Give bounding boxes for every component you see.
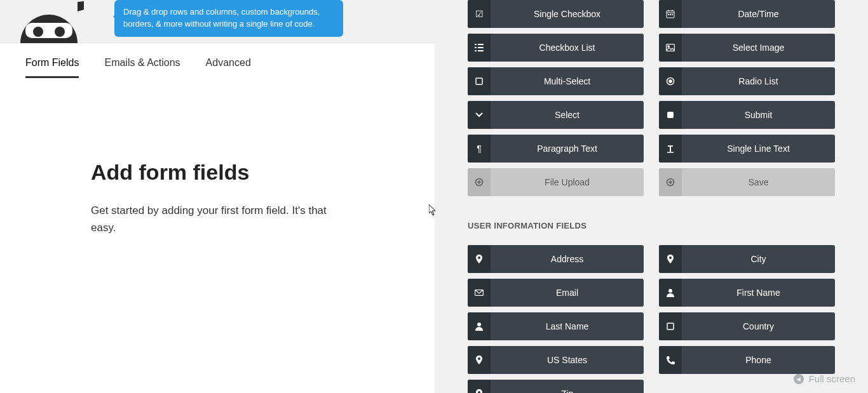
field-first-name[interactable]: First Name (659, 279, 835, 307)
field-label: Multi-Select (491, 67, 644, 95)
tooltip-text: Drag & drop rows and columns, custom bac… (123, 7, 320, 29)
field-submit[interactable]: Submit (659, 101, 835, 129)
field-label: Email (491, 279, 644, 307)
square-icon (468, 67, 491, 95)
user-icon (659, 279, 682, 307)
field-radio-list[interactable]: Radio List (659, 67, 835, 95)
field-label: Save (682, 168, 835, 196)
svg-rect-21 (667, 112, 674, 118)
field-label: Single Line Text (682, 135, 835, 163)
field-single-checkbox[interactable]: ☑ Single Checkbox (468, 0, 644, 28)
checkbox-checked-icon: ☑ (468, 0, 491, 28)
tab-emails-actions[interactable]: Emails & Actions (104, 57, 180, 78)
field-single-line-text[interactable]: Single Line Text (659, 135, 835, 163)
field-date-time[interactable]: Date/Time (659, 0, 835, 28)
field-zip[interactable]: Zip (468, 380, 644, 393)
svg-rect-8 (670, 14, 671, 15)
field-label: Date/Time (682, 0, 835, 28)
plus-circle-icon (468, 168, 491, 196)
tab-advanced[interactable]: Advanced (206, 57, 251, 78)
field-phone[interactable]: Phone (659, 346, 835, 374)
arrow-left-circle-icon: ◄ (794, 374, 804, 384)
field-label: First Name (682, 279, 835, 307)
field-label: Address (491, 245, 644, 273)
field-country[interactable]: Country (659, 312, 835, 340)
field-label: Checkbox List (491, 34, 644, 62)
field-address[interactable]: Address (468, 245, 644, 273)
tab-form-fields[interactable]: Form Fields (25, 57, 79, 78)
svg-rect-7 (668, 14, 669, 15)
phone-icon (659, 346, 682, 374)
svg-point-20 (669, 80, 672, 83)
field-city[interactable]: City (659, 245, 835, 273)
field-last-name[interactable]: Last Name (468, 312, 644, 340)
svg-rect-14 (475, 50, 477, 51)
field-email[interactable]: Email (468, 279, 644, 307)
fullscreen-button[interactable]: ◄ Full screen (794, 373, 855, 384)
svg-rect-0 (25, 23, 72, 38)
right-panel: ☑ Single Checkbox Date/Time Checkbox Lis… (435, 0, 868, 393)
pin-icon (659, 245, 682, 273)
field-paragraph-text[interactable]: ¶ Paragraph Text (468, 135, 644, 163)
fields-grid: ☑ Single Checkbox Date/Time Checkbox Lis… (468, 0, 835, 393)
field-select[interactable]: Select (468, 101, 644, 129)
field-label: Last Name (491, 312, 644, 340)
svg-rect-13 (478, 47, 484, 48)
svg-point-31 (477, 323, 481, 326)
tabs: Form Fields Emails & Actions Advanced (25, 57, 251, 78)
square-icon (659, 312, 682, 340)
square-filled-icon (659, 101, 682, 129)
calendar-icon (659, 0, 682, 28)
svg-rect-32 (667, 323, 674, 330)
svg-rect-11 (478, 44, 484, 45)
svg-point-1 (33, 27, 43, 37)
field-label: Country (682, 312, 835, 340)
svg-rect-16 (667, 44, 675, 51)
chevron-down-icon (468, 101, 491, 129)
field-label: File Upload (491, 168, 644, 196)
field-label: Select (491, 101, 644, 129)
field-us-states[interactable]: US States (468, 346, 644, 374)
image-icon (659, 34, 682, 62)
pin-icon (468, 380, 491, 393)
field-label: Submit (682, 101, 835, 129)
svg-point-30 (668, 289, 672, 293)
field-label: Paragraph Text (491, 135, 644, 163)
field-label: Zip (491, 380, 644, 393)
field-save: Save (659, 168, 835, 196)
fullscreen-label: Full screen (809, 373, 855, 384)
svg-point-2 (55, 27, 65, 37)
paragraph-icon: ¶ (468, 135, 491, 163)
svg-point-17 (668, 46, 669, 47)
field-label: Radio List (682, 67, 835, 95)
plus-circle-icon (659, 168, 682, 196)
svg-rect-10 (475, 44, 477, 45)
envelope-icon (468, 279, 491, 307)
radio-icon (659, 67, 682, 95)
svg-rect-15 (478, 50, 484, 51)
section-user-info: USER INFORMATION FIELDS (468, 221, 835, 230)
field-label: Single Checkbox (491, 0, 644, 28)
field-label: Select Image (682, 34, 835, 62)
page-title: Add form fields (91, 160, 249, 185)
user-icon (468, 312, 491, 340)
list-icon (468, 34, 491, 62)
svg-rect-9 (672, 14, 673, 15)
field-label: Phone (682, 346, 835, 374)
field-select-image[interactable]: Select Image (659, 34, 835, 62)
field-checkbox-list[interactable]: Checkbox List (468, 34, 644, 62)
field-label: US States (491, 346, 644, 374)
field-multi-select[interactable]: Multi-Select (468, 67, 644, 95)
text-cursor-icon (659, 135, 682, 163)
left-panel: Drag & drop rows and columns, custom bac… (0, 0, 435, 393)
field-file-upload: File Upload (468, 168, 644, 196)
pin-icon (468, 245, 491, 273)
header-bar: Drag & drop rows and columns, custom bac… (0, 0, 435, 43)
field-label: City (682, 245, 835, 273)
pin-icon (468, 346, 491, 374)
tooltip-bubble: Drag & drop rows and columns, custom bac… (114, 0, 343, 37)
ninja-logo (14, 0, 84, 43)
svg-rect-12 (475, 47, 477, 48)
svg-rect-18 (476, 78, 482, 84)
page-subtitle: Get started by adding your first form fi… (91, 202, 351, 236)
